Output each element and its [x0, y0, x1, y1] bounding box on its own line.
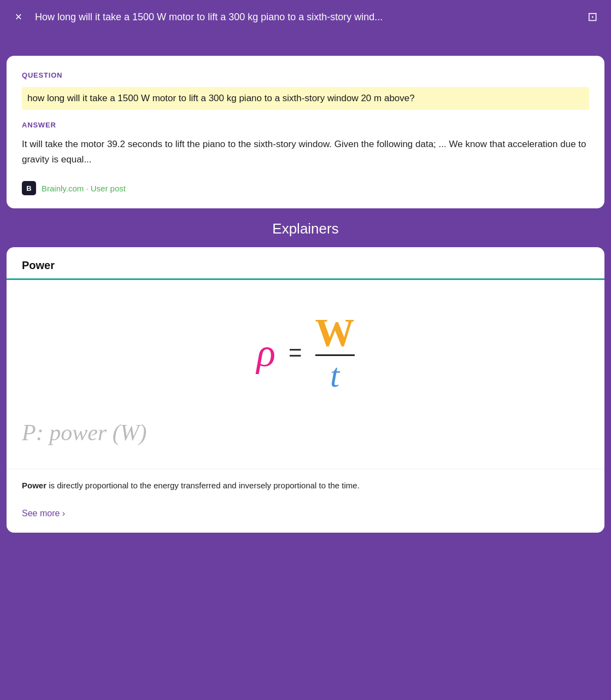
question-text: how long will it take a 1500 W motor to … — [22, 87, 589, 110]
variable-legend-row: P: power (W) — [7, 419, 604, 469]
brainly-icon: B — [22, 181, 36, 195]
close-button[interactable]: × — [11, 10, 26, 24]
explainers-label: Explainers — [0, 208, 611, 247]
explainer-card: Power ρ = W t P: power (W) Power is dire… — [7, 247, 604, 533]
header: × How long will it take a 1500 W motor t… — [0, 0, 611, 34]
formula-w-symbol: W — [315, 313, 355, 352]
see-more-link[interactable]: See more › — [22, 509, 65, 518]
formula-equals: = — [289, 340, 302, 366]
question-label: QUESTION — [22, 71, 589, 79]
source-row: B Brainly.com · User post — [22, 181, 589, 195]
formula-fraction: W t — [315, 313, 355, 392]
description-bold: Power — [22, 481, 46, 490]
see-more-row: See more › — [7, 501, 604, 533]
description-row: Power is directly proportional to the en… — [7, 469, 604, 501]
fraction-line — [315, 354, 355, 356]
variable-p-text: P: power (W) — [22, 420, 147, 445]
header-title: How long will it take a 1500 W motor to … — [35, 11, 576, 23]
explainer-title-row: Power — [7, 247, 604, 278]
source-name[interactable]: Brainly.com · User post — [42, 184, 126, 193]
formula-p-symbol: ρ — [256, 333, 275, 372]
explainer-title: Power — [22, 259, 55, 271]
formula-area: ρ = W t — [7, 280, 604, 419]
answer-label: ANSWER — [22, 121, 589, 129]
description-rest: is directly proportional to the energy t… — [49, 481, 360, 490]
qa-section-label — [0, 34, 611, 56]
description-text: Power is directly proportional to the en… — [22, 479, 589, 492]
qa-card: QUESTION how long will it take a 1500 W … — [7, 56, 604, 208]
formula-t-symbol: t — [330, 358, 339, 392]
bookmark-icon[interactable]: ⊡ — [585, 10, 600, 24]
explainers-section: Explainers Power ρ = W t P: power (W) Po… — [0, 208, 611, 533]
answer-text: It will take the motor 39.2 seconds to l… — [22, 137, 589, 168]
